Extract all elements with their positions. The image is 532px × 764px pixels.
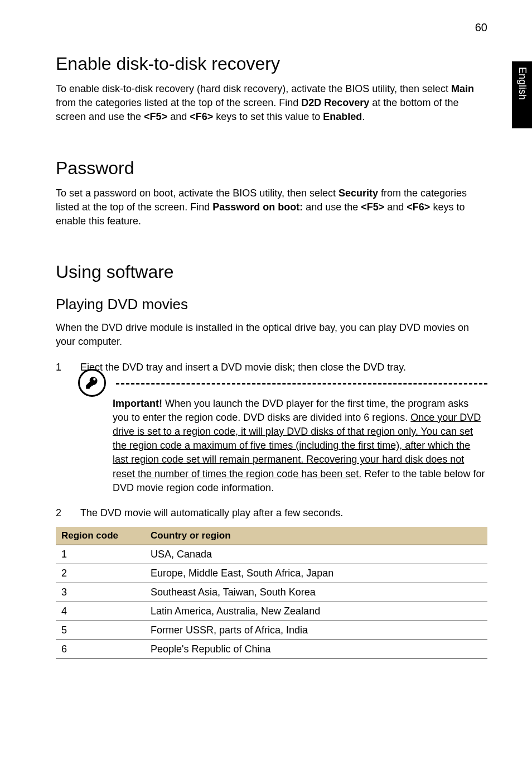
step-1: 1 Eject the DVD tray and insert a DVD mo…: [56, 361, 487, 374]
text: .: [362, 111, 365, 122]
table-row: 6 People's Republic of China: [56, 640, 487, 659]
text-f6: <F6>: [407, 201, 430, 213]
text-d2d: D2D Recovery: [301, 97, 369, 108]
col-header-code: Region code: [56, 527, 145, 545]
text-f5: <F5>: [144, 111, 167, 122]
step-number: 2: [56, 506, 67, 520]
cell-code: 5: [56, 621, 145, 640]
text-pob: Password on boot:: [212, 201, 303, 213]
table-row: 2 Europe, Middle East, South Africa, Jap…: [56, 564, 487, 583]
important-label: Important!: [113, 398, 162, 409]
step-2: 2 The DVD movie will automatically play …: [56, 506, 487, 520]
cell-region: Southeast Asia, Taiwan, South Korea: [145, 583, 487, 602]
heading-password: Password: [56, 158, 487, 179]
important-note: Important! When you launch the DVD playe…: [78, 381, 487, 495]
text: To enable disk-to-disk recovery (hard di…: [56, 83, 451, 94]
language-tab: English: [512, 61, 532, 128]
heading-enable-recovery: Enable disk-to-disk recovery: [56, 54, 487, 74]
cell-region: People's Republic of China: [145, 640, 487, 659]
cell-code: 4: [56, 602, 145, 621]
cell-region: Former USSR, parts of Africa, India: [145, 621, 487, 640]
para-enable-recovery: To enable disk-to-disk recovery (hard di…: [56, 82, 487, 124]
table-row: 4 Latin America, Australia, New Zealand: [56, 602, 487, 621]
cell-code: 6: [56, 640, 145, 659]
cell-code: 1: [56, 545, 145, 564]
step-text: Eject the DVD tray and insert a DVD movi…: [80, 361, 406, 374]
cell-region: Europe, Middle East, South Africa, Japan: [145, 564, 487, 583]
text: from the categories listed at the top of…: [56, 97, 301, 108]
page: 60 English Enable disk-to-disk recovery …: [0, 0, 532, 764]
cell-region: USA, Canada: [145, 545, 487, 564]
text-enabled: Enabled: [323, 111, 362, 122]
subheading-playing-dvd: Playing DVD movies: [56, 296, 487, 313]
para-password: To set a password on boot, activate the …: [56, 186, 487, 229]
para-dvd-intro: When the DVD drive module is installed i…: [56, 321, 487, 349]
table-header-row: Region code Country or region: [56, 527, 487, 545]
col-header-region: Country or region: [145, 527, 487, 545]
step-number: 1: [56, 361, 67, 374]
text-f6: <F6>: [190, 111, 213, 122]
text-main: Main: [451, 83, 474, 94]
page-number: 60: [475, 21, 487, 34]
text: To set a password on boot, activate the …: [56, 188, 338, 199]
text: and use the: [303, 201, 361, 213]
table-row: 3 Southeast Asia, Taiwan, South Korea: [56, 583, 487, 602]
text-security: Security: [338, 188, 378, 199]
note-text: Important! When you launch the DVD playe…: [113, 397, 487, 495]
text: and: [167, 111, 190, 122]
key-icon: [78, 369, 106, 397]
text-f5: <F5>: [361, 201, 384, 213]
table-row: 5 Former USSR, parts of Africa, India: [56, 621, 487, 640]
cell-code: 2: [56, 564, 145, 583]
dashed-divider: [116, 383, 487, 385]
cell-code: 3: [56, 583, 145, 602]
heading-using-software: Using software: [56, 262, 487, 282]
table-row: 1 USA, Canada: [56, 545, 487, 564]
step-text: The DVD movie will automatically play af…: [80, 506, 343, 520]
text: and: [384, 201, 407, 213]
region-code-table: Region code Country or region 1 USA, Can…: [56, 527, 487, 659]
cell-region: Latin America, Australia, New Zealand: [145, 602, 487, 621]
text: keys to set this value to: [213, 111, 323, 122]
